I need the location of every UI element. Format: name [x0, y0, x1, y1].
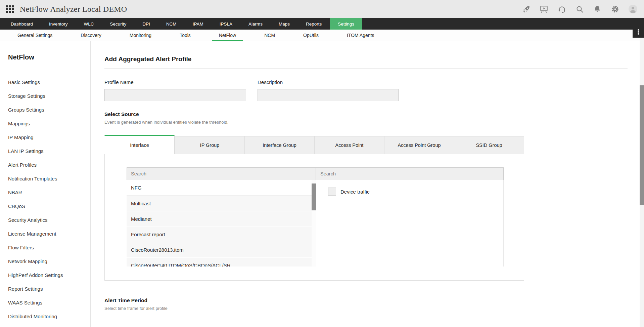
- alert-time-period-heading: Alert Time Period: [104, 297, 628, 303]
- sidebar-item-security-analytics[interactable]: Security Analytics: [8, 213, 90, 227]
- settings-subnav: General Settings Discovery Monitoring To…: [0, 30, 644, 41]
- sidebar-item-lan-ip-settings[interactable]: LAN IP Settings: [8, 144, 90, 158]
- select-source-subtext: Event is generated when individual entit…: [104, 120, 628, 125]
- nav-item-dpi[interactable]: DPI: [134, 18, 158, 30]
- sidebar-item-basic-settings[interactable]: Basic Settings: [8, 75, 90, 89]
- nav-item-ipsla[interactable]: IPSLA: [212, 18, 240, 30]
- page-title: Add Aggregated Alert Profile: [104, 41, 628, 63]
- netflow-sidebar: NetFlow Basic Settings Storage Settings …: [0, 41, 91, 327]
- alert-time-period-section: Alert Time Period Select time frame for …: [104, 297, 628, 311]
- interface-list-item[interactable]: NFG: [127, 180, 316, 196]
- nav-item-alarms[interactable]: Alarms: [240, 18, 271, 30]
- sidebar-item-groups-settings[interactable]: Groups Settings: [8, 103, 90, 117]
- sidebar-item-waas-settings[interactable]: WAAS Settings: [8, 296, 90, 310]
- rocket-icon[interactable]: [522, 5, 531, 13]
- source-tabs: Interface IP Group Interface Group Acces…: [104, 135, 524, 154]
- sidebar-item-mappings[interactable]: Mappings: [8, 117, 90, 130]
- interface-list: NFG Multicast Medianet Forecast report C…: [127, 180, 316, 267]
- sidebar-item-ip-mapping[interactable]: IP Mapping: [8, 130, 90, 144]
- sidebar-item-report-settings[interactable]: Report Settings: [8, 282, 90, 296]
- nav-item-security[interactable]: Security: [102, 18, 135, 30]
- title-divider: [104, 68, 628, 69]
- subnav-item-ncm[interactable]: NCM: [256, 30, 284, 41]
- description-input[interactable]: [258, 89, 399, 101]
- sidebar-item-distributed-monitoring[interactable]: Distributed Monitoring: [8, 310, 90, 323]
- interface-list-item[interactable]: CiscoRouter28013.itom: [127, 242, 316, 257]
- profile-form: Profile Name Description: [104, 79, 628, 101]
- nav-overflow-menu[interactable]: [633, 18, 644, 38]
- header-actions: [522, 5, 637, 13]
- interface-list-scrollbar[interactable]: [312, 180, 316, 267]
- page-scrollbar-thumb[interactable]: [640, 85, 644, 205]
- device-traffic-checkbox[interactable]: [328, 188, 336, 196]
- interface-select-pane: NFG Multicast Medianet Forecast report C…: [127, 167, 316, 267]
- search-icon[interactable]: [575, 5, 584, 13]
- presentation-icon[interactable]: [540, 5, 548, 13]
- nav-item-ipam[interactable]: IPAM: [185, 18, 212, 30]
- sidebar-item-cbqos[interactable]: CBQoS: [8, 199, 90, 213]
- interface-tab-panel: NFG Multicast Medianet Forecast report C…: [104, 154, 524, 281]
- interface-search-input[interactable]: [127, 167, 316, 180]
- sidebar-item-highperf-addon-settings[interactable]: HighPerf Addon Settings: [8, 268, 90, 282]
- sidebar-menu: Basic Settings Storage Settings Groups S…: [8, 75, 90, 323]
- sidebar-item-notification-templates[interactable]: Notification Templates: [8, 172, 90, 186]
- apps-grid-icon[interactable]: [6, 5, 14, 13]
- device-traffic-label: Device traffic: [340, 189, 369, 195]
- tab-interface[interactable]: Interface: [104, 135, 175, 154]
- subnav-item-itom-agents[interactable]: ITOM Agents: [338, 30, 383, 41]
- bell-icon[interactable]: [593, 5, 602, 13]
- nav-item-reports[interactable]: Reports: [298, 18, 330, 30]
- avatar[interactable]: [629, 5, 637, 13]
- nav-item-dashboard[interactable]: Dashboard: [3, 18, 41, 30]
- interface-list-scrollbar-thumb[interactable]: [312, 183, 316, 210]
- sidebar-title: NetFlow: [8, 53, 90, 61]
- tab-interface-group[interactable]: Interface Group: [245, 136, 315, 154]
- interface-list-item[interactable]: Forecast report: [127, 227, 316, 242]
- tab-access-point-group[interactable]: Access Point Group: [384, 136, 454, 154]
- page-scrollbar[interactable]: [640, 18, 644, 327]
- headset-icon[interactable]: [557, 5, 566, 13]
- sidebar-item-nbar[interactable]: NBAR: [8, 186, 90, 199]
- traffic-select-pane: Device traffic: [316, 167, 504, 267]
- nav-item-inventory[interactable]: Inventory: [41, 18, 76, 30]
- subnav-item-oputils[interactable]: OpUtils: [294, 30, 327, 41]
- profile-name-input[interactable]: [104, 89, 246, 101]
- device-traffic-row: Device traffic: [316, 180, 503, 196]
- interface-list-item[interactable]: Medianet: [127, 211, 316, 227]
- description-label: Description: [258, 79, 399, 85]
- sidebar-item-license-management[interactable]: License Management: [8, 227, 90, 241]
- main-nav: Dashboard Inventory WLC Security DPI NCM…: [0, 18, 644, 30]
- main-content: Add Aggregated Alert Profile Profile Nam…: [91, 41, 640, 327]
- select-source-heading: Select Source: [104, 111, 628, 117]
- app-title: NetFlow Analyzer Local DEMO: [20, 5, 127, 14]
- tab-access-point[interactable]: Access Point: [315, 136, 384, 154]
- sidebar-item-storage-settings[interactable]: Storage Settings: [8, 89, 90, 103]
- subnav-item-discovery[interactable]: Discovery: [72, 30, 110, 41]
- subnav-item-monitoring[interactable]: Monitoring: [121, 30, 160, 41]
- sidebar-item-flow-filters[interactable]: Flow Filters: [8, 241, 90, 254]
- sidebar-item-alert-profiles[interactable]: Alert Profiles: [8, 158, 90, 172]
- traffic-list: Device traffic: [316, 180, 504, 267]
- gear-icon[interactable]: [611, 5, 619, 13]
- interface-list-item[interactable]: CiscoRouter140.ITOM/QoS/CBQoS/ACL/SR: [127, 257, 316, 267]
- nav-item-ncm[interactable]: NCM: [158, 18, 185, 30]
- alert-time-period-subtext: Select time frame for alert profile: [104, 306, 628, 311]
- nav-item-maps[interactable]: Maps: [271, 18, 298, 30]
- nav-item-settings[interactable]: Settings: [330, 18, 362, 30]
- sidebar-item-network-mapping[interactable]: Network Mapping: [8, 254, 90, 268]
- interface-list-item[interactable]: Multicast: [127, 196, 316, 211]
- tab-ip-group[interactable]: IP Group: [175, 136, 245, 154]
- subnav-item-general-settings[interactable]: General Settings: [9, 30, 61, 41]
- top-header: NetFlow Analyzer Local DEMO: [0, 0, 644, 18]
- subnav-item-netflow[interactable]: NetFlow: [210, 30, 245, 41]
- kebab-menu-icon: [638, 29, 639, 36]
- subnav-item-tools[interactable]: Tools: [171, 30, 199, 41]
- traffic-search-input[interactable]: [316, 167, 504, 180]
- tab-ssid-group[interactable]: SSID Group: [454, 136, 524, 154]
- profile-name-label: Profile Name: [104, 79, 246, 85]
- nav-item-wlc[interactable]: WLC: [76, 18, 102, 30]
